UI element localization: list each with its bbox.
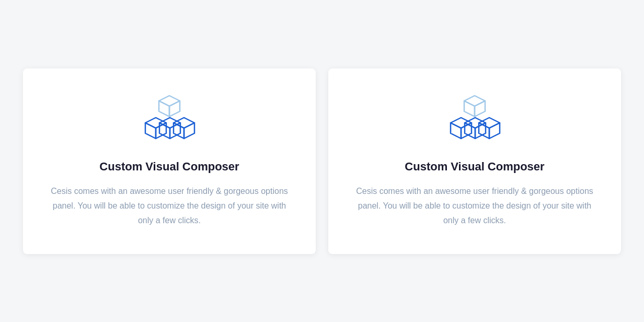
card-description-1: Cesis comes with an awesome user friendl… bbox=[49, 184, 290, 228]
svg-marker-13 bbox=[464, 101, 475, 117]
card-title-2: Custom Visual Composer bbox=[405, 160, 544, 174]
svg-marker-15 bbox=[451, 118, 472, 128]
svg-marker-11 bbox=[184, 123, 194, 139]
svg-marker-4 bbox=[145, 123, 156, 139]
svg-marker-16 bbox=[451, 123, 461, 139]
card-title-1: Custom Visual Composer bbox=[99, 160, 239, 174]
feature-card-1: Custom Visual Composer Cesis comes with … bbox=[23, 68, 316, 254]
svg-marker-23 bbox=[489, 123, 500, 139]
svg-marker-3 bbox=[145, 118, 166, 128]
svg-marker-14 bbox=[475, 101, 485, 117]
cube-icon-2 bbox=[448, 95, 501, 144]
feature-card-2: Custom Visual Composer Cesis comes with … bbox=[328, 68, 621, 254]
card-description-2: Cesis comes with an awesome user friendl… bbox=[354, 184, 595, 228]
svg-marker-12 bbox=[464, 96, 485, 106]
cube-icon-1 bbox=[143, 95, 196, 144]
svg-marker-1 bbox=[159, 101, 169, 117]
svg-marker-6 bbox=[159, 118, 180, 128]
svg-marker-21 bbox=[479, 118, 500, 128]
svg-marker-18 bbox=[465, 118, 486, 128]
cards-container: Custom Visual Composer Cesis comes with … bbox=[0, 48, 644, 275]
svg-marker-9 bbox=[174, 118, 194, 128]
svg-marker-0 bbox=[159, 96, 180, 106]
svg-marker-2 bbox=[169, 101, 180, 117]
